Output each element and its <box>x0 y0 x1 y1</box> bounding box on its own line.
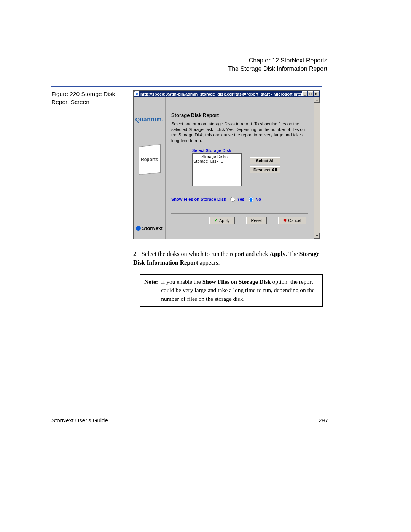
stornext-logo: StorNext <box>136 225 162 231</box>
show-files-label: Show Files on Storage Disk <box>171 197 226 201</box>
brand-logo: Quantum. <box>135 116 164 123</box>
note-label: Note: <box>144 278 158 303</box>
scroll-down-button[interactable]: ▾ <box>314 233 320 239</box>
maximize-button[interactable]: □ <box>308 91 313 96</box>
section-line: The Storage Disk Information Report <box>228 65 327 73</box>
radio-no-label: No <box>255 197 261 201</box>
stornext-dot-icon <box>136 226 141 231</box>
cancel-button[interactable]: ✖Cancel <box>278 217 306 224</box>
app-sidebar: Quantum. Reports StorNext <box>134 97 166 239</box>
show-files-option: Show Files on Storage Disk Yes No <box>171 197 308 202</box>
report-title: Storage Disk Report <box>171 112 308 118</box>
step-text-3: appears. <box>198 259 220 266</box>
ie-icon: e <box>134 91 139 96</box>
show-files-no-radio[interactable] <box>249 197 253 202</box>
apply-bold: Apply <box>269 251 285 257</box>
chapter-line: Chapter 12 StorNext Reports <box>228 56 327 65</box>
reset-label: Reset <box>251 218 262 223</box>
step-2-text: 2 Select the disks on which to run the r… <box>133 249 323 267</box>
reset-button[interactable]: Reset <box>246 217 267 224</box>
footer-guide-title: StorNext User's Guide <box>51 417 108 423</box>
list-item[interactable]: ----- Storage Disks ----- <box>193 154 241 159</box>
step-text-2: . The <box>285 251 299 257</box>
x-icon: ✖ <box>283 218 287 223</box>
apply-label: Apply <box>219 218 230 223</box>
action-button-row: ✔Apply Reset ✖Cancel <box>171 213 308 224</box>
close-button[interactable]: × <box>314 91 319 96</box>
minimize-button[interactable]: _ <box>302 91 307 96</box>
report-description: Select one or more storage Disks to repo… <box>171 121 308 144</box>
footer-page-number: 297 <box>319 417 328 423</box>
storage-disk-listbox[interactable]: ----- Storage Disks ----- Storage_Disk_1 <box>192 153 242 186</box>
radio-yes-label: Yes <box>237 197 244 201</box>
screenshot-window: e http://spock:85/tm-bin/admin_storage_d… <box>133 90 320 239</box>
note-text-1: If you enable the <box>161 278 202 285</box>
page-header: Chapter 12 StorNext Reports The Storage … <box>228 56 327 73</box>
note-bold-1: Show Files on Storage Disk <box>202 278 271 285</box>
step-text-1: Select the disks on which to run the rep… <box>142 251 269 257</box>
header-rule <box>51 86 322 87</box>
note-body: If you enable the Show Files on Storage … <box>161 278 319 303</box>
scroll-up-button[interactable]: ▴ <box>314 97 320 103</box>
product-name: StorNext <box>142 225 162 231</box>
list-item[interactable]: Storage_Disk_1 <box>193 159 241 163</box>
deselect-all-button[interactable]: Deselect All <box>250 166 280 173</box>
figure-caption: Figure 220 Storage Disk Report Screen <box>51 90 120 106</box>
select-all-button[interactable]: Select All <box>250 157 280 164</box>
select-storage-disk-label: Select Storage Disk <box>192 148 308 153</box>
step-number: 2 <box>133 249 140 258</box>
show-files-yes-radio[interactable] <box>230 197 235 202</box>
note-box: Note: If you enable the Show Files on St… <box>140 274 323 307</box>
apply-button[interactable]: ✔Apply <box>209 217 235 224</box>
book-label: Reports <box>141 157 158 162</box>
window-title: http://spock:85/tm-bin/admin_storage_dis… <box>140 92 302 96</box>
report-panel: Storage Disk Report Select one or more s… <box>166 97 314 239</box>
check-icon: ✔ <box>214 218 218 223</box>
reports-book-icon: Reports <box>139 144 161 175</box>
vertical-scrollbar[interactable]: ▴ ▾ <box>314 97 320 239</box>
window-titlebar: e http://spock:85/tm-bin/admin_storage_d… <box>134 91 320 97</box>
cancel-label: Cancel <box>288 218 301 223</box>
